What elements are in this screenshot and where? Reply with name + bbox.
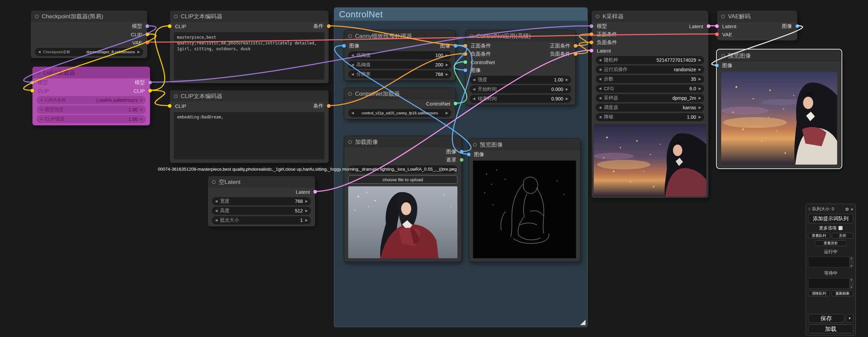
close-icon[interactable]: [851, 207, 853, 212]
input-dot-image[interactable]: [467, 153, 471, 156]
view-queue-button[interactable]: 查看队列: [808, 233, 830, 239]
input-dot-positive[interactable]: [590, 33, 593, 36]
next-arrow-icon[interactable]: [698, 56, 701, 64]
output-dot-latent[interactable]: [313, 190, 317, 194]
node-title-bar[interactable]: ControlNet加载器: [344, 88, 455, 99]
node-controlnet-apply[interactable]: ControlNet应用(高级) 正面条件 正面条件 负面条件 负面条件 Con…: [465, 30, 576, 105]
output-dot-clip[interactable]: [145, 33, 149, 36]
running-queue-list[interactable]: [808, 257, 853, 267]
next-arrow-icon[interactable]: [446, 109, 448, 117]
output-dot-model[interactable]: [148, 81, 152, 85]
group-title-bar[interactable]: ControlNet: [334, 8, 587, 21]
prev-arrow-icon[interactable]: [38, 48, 41, 56]
batch-size-widget[interactable]: 批次大小 1: [212, 216, 311, 224]
node-ksampler[interactable]: K采样器 模型 Latent 正面条件 负面条件 Latent 随机种 5214…: [591, 10, 709, 198]
collapse-dot-icon[interactable]: [37, 71, 40, 75]
start-percent-widget[interactable]: 开始时间 0.000: [470, 85, 571, 93]
control-after-generate-widget[interactable]: 运行后操作 randomize: [596, 65, 704, 74]
node-title-bar[interactable]: 空Latent: [208, 176, 315, 188]
prev-arrow-icon[interactable]: [40, 115, 42, 123]
prev-arrow-icon[interactable]: [599, 104, 601, 112]
next-arrow-icon[interactable]: [140, 115, 143, 123]
high-threshold-widget[interactable]: 高阈值 200: [348, 61, 451, 69]
prev-arrow-icon[interactable]: [40, 96, 42, 104]
output-dot-clip[interactable]: [148, 89, 152, 93]
input-dot-clip[interactable]: [168, 24, 172, 28]
clear-queue-button[interactable]: 清除队列: [808, 291, 830, 296]
collapse-dot-icon[interactable]: [470, 34, 473, 38]
node-preview-image-canny[interactable]: 预览图像 图像: [469, 138, 580, 262]
node-title-bar[interactable]: LoRA加载器: [33, 67, 150, 78]
height-widget[interactable]: 高度 512: [212, 207, 311, 215]
prev-arrow-icon[interactable]: [351, 61, 354, 69]
node-title-bar[interactable]: Canny细致线预处理器: [344, 30, 455, 42]
output-dot-latent[interactable]: [707, 24, 710, 28]
collapse-dot-icon[interactable]: [348, 92, 352, 96]
collapse-dot-icon[interactable]: [174, 94, 178, 98]
next-arrow-icon[interactable]: [446, 51, 448, 59]
input-dot-model[interactable]: [590, 24, 593, 28]
view-history-button[interactable]: 查看历史: [815, 240, 847, 246]
collapse-dot-icon[interactable]: [596, 15, 599, 18]
output-dot-mask[interactable]: [460, 158, 463, 162]
controlnet-model-widget[interactable]: control_v11p_sd15_canny_fp16.safetensors: [348, 109, 451, 117]
menu-drag-handle-icon[interactable]: [808, 207, 811, 212]
output-dot-conditioning[interactable]: [327, 104, 331, 108]
collapse-dot-icon[interactable]: [348, 34, 352, 38]
prev-arrow-icon[interactable]: [599, 56, 601, 64]
next-arrow-icon[interactable]: [698, 85, 701, 93]
input-dot-latent[interactable]: [715, 24, 719, 28]
output-dot-image[interactable]: [460, 150, 463, 154]
output-dot-negative[interactable]: [574, 52, 577, 56]
node-clip-text-encode-negative[interactable]: CLIP文本编码器 CLIP 条件 embedding:BadDream,: [170, 90, 329, 163]
node-title-bar[interactable]: 加载图像: [344, 136, 461, 148]
node-load-image[interactable]: 加载图像 图像 遮罩 00074-3616351208-masterpiece,…: [344, 136, 462, 262]
next-arrow-icon[interactable]: [698, 113, 701, 121]
width-widget[interactable]: 宽度 768: [212, 197, 311, 205]
end-percent-widget[interactable]: 结束时间 0.900: [470, 95, 571, 103]
collapse-dot-icon[interactable]: [721, 54, 725, 58]
output-dot-positive[interactable]: [574, 44, 577, 48]
node-title-bar[interactable]: CLIP文本编码器: [170, 11, 329, 22]
upload-image-button[interactable]: choose file to upload: [348, 175, 457, 184]
output-dot-image[interactable]: [454, 44, 457, 48]
prev-arrow-icon[interactable]: [473, 85, 475, 93]
strength-widget[interactable]: 强度 1.00: [470, 76, 571, 84]
prev-arrow-icon[interactable]: [215, 197, 218, 205]
input-dot-controlnet[interactable]: [463, 60, 467, 64]
node-title-bar[interactable]: CLIP文本编码器: [170, 90, 329, 102]
scheduler-widget[interactable]: 调度器 karras: [596, 104, 704, 112]
prev-arrow-icon[interactable]: [473, 76, 475, 84]
next-arrow-icon[interactable]: [305, 197, 308, 205]
prev-arrow-icon[interactable]: [351, 109, 354, 117]
next-arrow-icon[interactable]: [137, 48, 140, 56]
input-dot-positive[interactable]: [463, 44, 467, 48]
collapse-dot-icon[interactable]: [473, 143, 477, 147]
node-title-bar[interactable]: VAE解码: [717, 11, 797, 22]
negative-prompt-textarea[interactable]: embedding:BadDream,: [174, 112, 324, 160]
prev-arrow-icon[interactable]: [599, 85, 601, 93]
next-arrow-icon[interactable]: [452, 165, 454, 173]
close-queue-button[interactable]: 关闭: [832, 233, 854, 239]
prev-arrow-icon[interactable]: [215, 216, 218, 224]
next-arrow-icon[interactable]: [698, 75, 701, 83]
prev-arrow-icon[interactable]: [599, 94, 601, 102]
prev-arrow-icon[interactable]: [599, 113, 601, 121]
prev-arrow-icon[interactable]: [599, 65, 601, 74]
input-dot-clip[interactable]: [31, 89, 34, 93]
node-title-bar[interactable]: ControlNet应用(高级): [466, 30, 575, 42]
input-dot-negative[interactable]: [463, 52, 467, 56]
output-dot-conditioning[interactable]: [327, 24, 331, 28]
node-controlnet-loader[interactable]: ControlNet加载器 ControlNet control_v11p_sd…: [344, 88, 456, 119]
input-dot-vae[interactable]: [715, 33, 719, 36]
next-arrow-icon[interactable]: [566, 85, 568, 93]
low-threshold-widget[interactable]: 低阈值 100: [348, 51, 451, 59]
input-dot-image[interactable]: [342, 44, 346, 48]
output-dot-image[interactable]: [795, 24, 799, 28]
resolution-widget[interactable]: 分辨率 768: [348, 70, 451, 78]
input-dot-image[interactable]: [715, 64, 719, 68]
extra-options-checkbox[interactable]: [839, 226, 843, 230]
node-title-bar[interactable]: K采样器: [592, 11, 708, 22]
lora-name-widget[interactable]: LoRA名称 LowRA.safetensors: [37, 96, 146, 104]
prev-arrow-icon[interactable]: [40, 106, 42, 114]
